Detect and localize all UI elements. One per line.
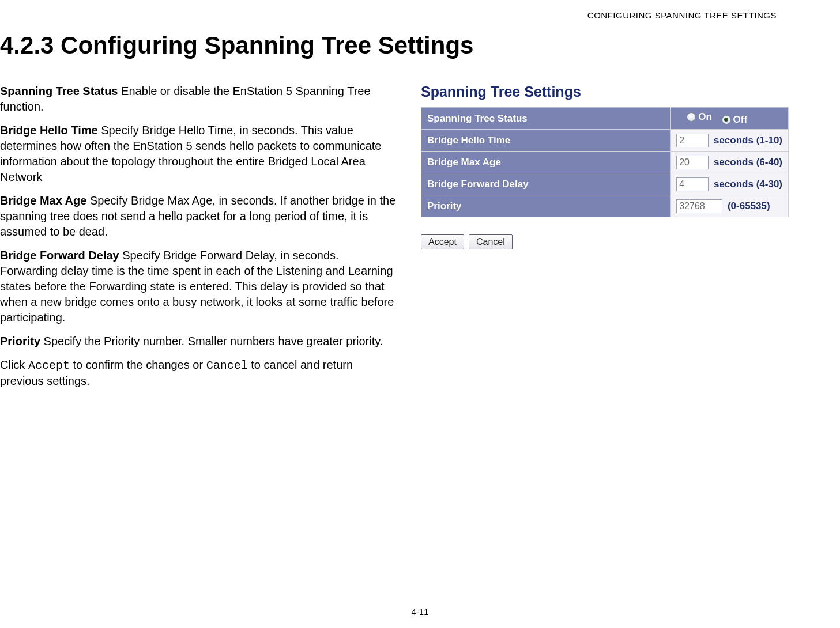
row-hello: Bridge Hello Time seconds (1-10) [421, 130, 789, 152]
para-priority: Priority Specify the Priority number. Sm… [0, 334, 398, 349]
description-content: Spanning Tree Status Enable or disable t… [0, 84, 398, 397]
fwd-unit: seconds (4-30) [714, 179, 782, 190]
radio-off-label: Off [733, 114, 748, 126]
maxage-input[interactable] [676, 156, 709, 169]
accept-button[interactable]: Accept [421, 234, 464, 249]
priority-input[interactable] [676, 199, 722, 213]
page-number: 4-11 [411, 607, 428, 616]
hello-input[interactable] [676, 134, 709, 147]
fwd-label: Bridge Forward Delay [0, 249, 119, 262]
row-status: Spanning Tree Status On Off [421, 108, 789, 130]
section-title: 4.2.3 Configuring Spanning Tree Settings [0, 32, 473, 59]
maxage-unit: seconds (6-40) [714, 157, 782, 168]
button-row: Accept Cancel [421, 234, 789, 249]
running-head: CONFIGURING SPANNING TREE SETTINGS [587, 10, 777, 20]
hello-cell-label: Bridge Hello Time [421, 130, 671, 152]
maxage-label: Bridge Max Age [0, 194, 86, 207]
radio-off-wrap[interactable]: Off [722, 114, 748, 126]
priority-cell-label: Priority [421, 195, 671, 217]
status-cell-label: Spanning Tree Status [421, 108, 671, 130]
row-priority: Priority (0-65535) [421, 195, 789, 217]
para-fwd: Bridge Forward Delay Specify Bridge Forw… [0, 248, 398, 326]
fwd-input[interactable] [676, 177, 709, 191]
hello-label: Bridge Hello Time [0, 124, 98, 137]
para-maxage: Bridge Max Age Specify Bridge Max Age, i… [0, 193, 398, 240]
fwd-cell-value: seconds (4-30) [671, 173, 789, 195]
fwd-cell-label: Bridge Forward Delay [421, 173, 671, 195]
row-maxage: Bridge Max Age seconds (6-40) [421, 152, 789, 173]
radio-off-icon [722, 115, 731, 124]
radio-on-icon [687, 112, 696, 122]
settings-panel: Spanning Tree Settings Spanning Tree Sta… [421, 84, 789, 249]
closing-pre: Click [0, 358, 28, 371]
maxage-cell-value: seconds (6-40) [671, 152, 789, 173]
priority-cell-value: (0-65535) [671, 195, 789, 217]
closing-accept-code: Accept [28, 359, 70, 372]
settings-table: Spanning Tree Status On Off Bridge Hello… [421, 107, 789, 217]
radio-on-label: On [698, 111, 712, 123]
status-label: Spanning Tree Status [0, 85, 118, 97]
priority-label: Priority [0, 335, 40, 347]
row-fwd: Bridge Forward Delay seconds (4-30) [421, 173, 789, 195]
closing-mid: to confirm the changes or [70, 358, 206, 371]
hello-cell-value: seconds (1-10) [671, 130, 789, 152]
para-status: Spanning Tree Status Enable or disable t… [0, 84, 398, 115]
maxage-cell-label: Bridge Max Age [421, 152, 671, 173]
para-closing: Click Accept to confirm the changes or C… [0, 357, 398, 389]
panel-title: Spanning Tree Settings [421, 84, 789, 100]
radio-on-wrap[interactable]: On [687, 111, 712, 123]
closing-cancel-code: Cancel [206, 359, 248, 372]
priority-unit: (0-65535) [728, 200, 770, 211]
para-hello: Bridge Hello Time Specify Bridge Hello T… [0, 123, 398, 185]
hello-unit: seconds (1-10) [714, 135, 782, 146]
cancel-button[interactable]: Cancel [469, 234, 513, 249]
priority-text: Specify the Priority number. Smaller num… [40, 335, 383, 347]
status-cell-value: On Off [671, 108, 789, 130]
